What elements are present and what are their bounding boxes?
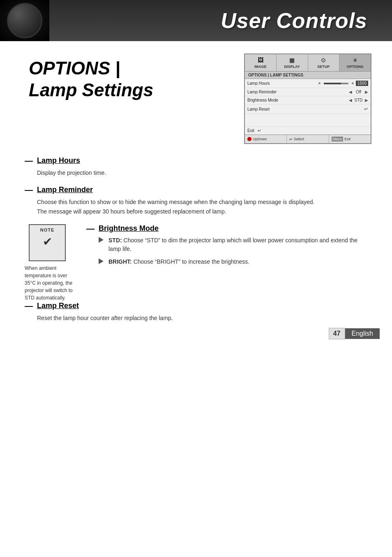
note-checkmark-icon: ✔ <box>43 235 52 248</box>
header: User Controls <box>0 0 392 41</box>
logo <box>0 0 49 41</box>
brightness-mode-heading: Brightness Mode <box>86 224 371 233</box>
lamp-hours-sun-icon: ☀ <box>351 81 355 86</box>
lamp-reminder-body: Choose this function to show or to hide … <box>25 197 371 216</box>
lamp-reminder-heading: Lamp Reminder <box>25 186 371 194</box>
lamp-hours-section: Lamp Hours Display the projection time. <box>25 156 371 177</box>
image-tab-icon: 🖼 <box>247 57 274 63</box>
lamp-reset-heading: Lamp Reset <box>25 302 371 310</box>
note-text: When ambient temperature is over 35°C in… <box>25 265 78 302</box>
osd-tab-image: 🖼 IMAGE <box>245 54 277 71</box>
select-enter-icon: ↵ <box>289 137 293 142</box>
lamp-hours-icon: ☀ <box>318 81 321 86</box>
setup-tab-icon: ⊙ <box>310 57 338 63</box>
std-arrow-icon <box>99 237 104 243</box>
osd-footer: UpDown ↵ Select Menu Exit <box>245 135 371 143</box>
bright-arrow-icon <box>99 258 104 264</box>
osd-lamp-reset-controls: ↵ <box>364 106 368 112</box>
lamp-reminder-right-arrow: ▶ <box>365 90 368 94</box>
brightness-bright-item: BRIGHT: Choose “BRIGHT” to increase the … <box>99 258 371 266</box>
display-tab-icon: ▦ <box>278 57 306 63</box>
main-content: OPTIONS | Lamp Settings 🖼 IMAGE ▦ DISPLA… <box>0 41 392 348</box>
osd-tab-options: ≡ OPTIONS <box>339 54 371 71</box>
top-section: OPTIONS | Lamp Settings 🖼 IMAGE ▦ DISPLA… <box>21 49 371 144</box>
page-footer: 47 English <box>329 328 380 339</box>
osd-footer-exit: Menu Exit <box>329 135 371 143</box>
osd-brightness-controls: ◀ STD ▶ <box>349 98 368 102</box>
lamp-reminder-value: Off <box>353 90 364 94</box>
osd-exit-row: Exit ↵ <box>245 126 371 135</box>
options-tab-icon: ≡ <box>341 57 369 63</box>
osd-row-lamp-reset: Lamp Reset ↵ <box>245 104 371 114</box>
lamp-reminder-section: Lamp Reminder Choose this function to sh… <box>25 186 371 216</box>
osd-row-lamp-hours: Lamp Hours ☀ ☀ 1500 <box>245 79 371 88</box>
osd-lamp-hours-controls: ☀ ☀ 1500 <box>318 81 368 86</box>
menu-icon: Menu <box>332 137 344 142</box>
osd-footer-select: ↵ Select <box>287 135 329 143</box>
brightness-std-item: STD: Choose “STD” to dim the projector l… <box>99 236 371 253</box>
osd-spacer <box>245 114 371 126</box>
lamp-hours-value: 1500 <box>356 81 368 86</box>
updown-dot <box>247 137 251 141</box>
lamp-reset-enter-icon: ↵ <box>364 106 368 112</box>
note-box: Note ✔ <box>29 224 66 261</box>
osd-row-lamp-reminder: Lamp Reminder ◀ Off ▶ <box>245 88 371 96</box>
section-title: OPTIONS | Lamp Settings <box>21 49 236 101</box>
brightness-sub-items: STD: Choose “STD” to dim the projector l… <box>86 236 371 266</box>
page-number: 47 <box>329 328 345 339</box>
lamp-reminder-left-arrow: ◀ <box>349 90 352 94</box>
page-title: User Controls <box>221 8 367 33</box>
osd-section-header: OPTIONS | LAMP SETTINGS <box>245 72 371 79</box>
osd-tabs: 🖼 IMAGE ▦ DISPLAY ⊙ SETUP ≡ OPTIONS <box>245 54 371 72</box>
osd-tab-setup: ⊙ SETUP <box>308 54 340 71</box>
brightness-section-wrapper: Note ✔ When ambient temperature is over … <box>25 224 371 302</box>
lamp-hours-slider <box>324 83 348 84</box>
osd-exit-enter-icon: ↵ <box>258 128 261 133</box>
page-language: English <box>345 328 380 339</box>
brightness-value: STD <box>353 98 364 102</box>
content-sections: Lamp Hours Display the projection time. … <box>21 156 371 323</box>
brightness-left-arrow: ◀ <box>349 98 352 102</box>
section-title-text: OPTIONS | Lamp Settings <box>29 58 236 101</box>
lamp-hours-heading: Lamp Hours <box>25 156 371 165</box>
osd-row-brightness-mode: Brightness Mode ◀ STD ▶ <box>245 96 371 104</box>
brightness-mode-section: Brightness Mode STD: Choose “STD” to dim… <box>86 224 371 270</box>
osd-tab-display: ▦ DISPLAY <box>277 54 308 71</box>
osd-lamp-reminder-controls: ◀ Off ▶ <box>349 90 368 94</box>
brightness-right-arrow: ▶ <box>365 98 368 102</box>
lamp-reset-section: Lamp Reset Reset the lamp hour counter a… <box>25 302 371 323</box>
lamp-hours-body: Display the projection time. <box>25 168 371 177</box>
osd-footer-updown: UpDown <box>245 135 287 143</box>
lamp-reset-body: Reset the lamp hour counter after replac… <box>25 313 371 323</box>
osd-menu: 🖼 IMAGE ▦ DISPLAY ⊙ SETUP ≡ OPTIONS OPTI… <box>244 53 371 144</box>
